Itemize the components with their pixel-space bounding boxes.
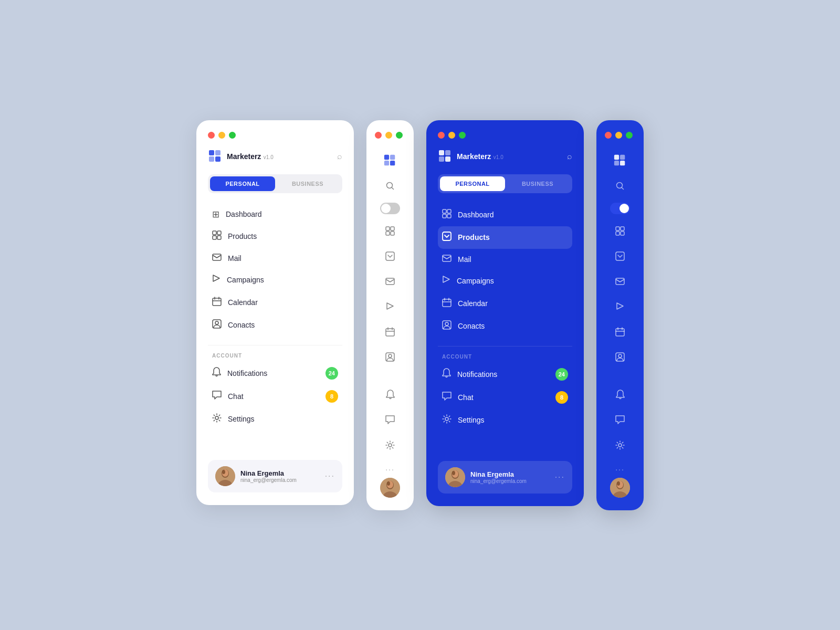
svg-rect-25 xyxy=(386,232,390,235)
main-nav-dark: Dashboard Products Mail Campaigns xyxy=(438,204,572,338)
nav-item-dashboard-dark[interactable]: Dashboard xyxy=(438,204,572,226)
personal-tab-dark[interactable]: PERSONAL xyxy=(440,176,505,191)
user-name-dark: Nina Ergemla xyxy=(470,470,550,478)
narrow-chat-dark[interactable] xyxy=(608,408,632,432)
svg-point-31 xyxy=(388,354,392,358)
narrow-products[interactable] xyxy=(379,245,402,268)
business-tab[interactable]: BUSINESS xyxy=(275,176,340,191)
nav-item-notifications[interactable]: Notifications 24 xyxy=(208,362,342,385)
nav-item-chat-dark[interactable]: Chat 8 xyxy=(438,386,572,409)
narrow-search[interactable] xyxy=(379,174,402,197)
nav-item-settings[interactable]: Settings xyxy=(208,408,342,430)
nav-item-settings-dark[interactable]: Settings xyxy=(438,409,572,432)
narrow-calendar-dark[interactable] xyxy=(608,320,632,343)
account-type-toggle[interactable]: PERSONAL BUSINESS xyxy=(208,174,342,193)
narrow-mail-dark[interactable] xyxy=(608,270,632,293)
dashboard-icon-dark xyxy=(442,209,452,221)
narrow-products-dark[interactable] xyxy=(608,245,632,268)
narrow-notifications-dark[interactable] xyxy=(608,383,632,406)
app-name-dark: Marketerz v1.0 xyxy=(457,152,503,161)
narrow-dots-menu-dark[interactable]: ··· xyxy=(615,465,625,474)
svg-rect-1 xyxy=(215,150,220,155)
nav-label-chat-dark: Chat xyxy=(458,393,474,402)
main-nav-section: ⊞ Dashboard Products Mail Campaigns xyxy=(208,204,342,337)
tl-red-4 xyxy=(605,132,612,139)
nav-item-chat[interactable]: Chat 8 xyxy=(208,385,342,408)
narrow-mail[interactable] xyxy=(379,270,402,293)
svg-rect-59 xyxy=(614,161,619,165)
nav-item-calendar-dark[interactable]: Calendar xyxy=(438,292,572,315)
narrow-toggle-dark[interactable] xyxy=(610,203,630,214)
narrow-calendar[interactable] xyxy=(379,320,402,343)
nav-item-calendar[interactable]: Calendar xyxy=(208,291,342,314)
campaigns-icon xyxy=(212,274,220,286)
svg-rect-26 xyxy=(391,232,394,235)
narrow-search-dark[interactable] xyxy=(608,174,632,197)
narrow-campaigns-dark[interactable] xyxy=(608,295,632,318)
svg-rect-20 xyxy=(384,161,389,165)
nav-label-chat: Chat xyxy=(228,392,244,401)
search-button-dark[interactable]: ⌕ xyxy=(567,152,572,161)
narrow-settings[interactable] xyxy=(379,434,402,457)
narrow-contacts-dark[interactable] xyxy=(608,345,632,369)
nav-divider-dark xyxy=(438,346,572,346)
svg-rect-40 xyxy=(439,156,444,162)
tl-green xyxy=(229,132,236,139)
nav-item-contacts-dark[interactable]: Conacts xyxy=(438,315,572,338)
narrow-toggle[interactable] xyxy=(380,203,400,214)
narrow-avatar xyxy=(380,478,400,498)
svg-point-32 xyxy=(388,444,392,447)
personal-tab[interactable]: PERSONAL xyxy=(210,176,275,191)
svg-rect-4 xyxy=(213,231,216,235)
nav-item-campaigns-dark[interactable]: Campaigns xyxy=(438,270,572,292)
user-avatar-dark xyxy=(445,467,465,487)
user-email: nina_erg@ergemla.com xyxy=(240,477,320,483)
tl-yellow xyxy=(218,132,225,139)
nav-item-mail-dark[interactable]: Mail xyxy=(438,249,572,270)
svg-rect-47 xyxy=(443,255,451,261)
narrow-chat[interactable] xyxy=(379,408,402,432)
narrow-contacts[interactable] xyxy=(379,345,402,369)
narrow-settings-dark[interactable] xyxy=(608,434,632,457)
calendar-icon-dark xyxy=(442,298,452,310)
narrow-notifications[interactable] xyxy=(379,383,402,406)
nav-item-dashboard[interactable]: ⊞ Dashboard xyxy=(208,204,342,225)
nav-item-products-dark[interactable]: Products xyxy=(438,226,572,249)
chat-icon xyxy=(212,391,222,402)
nav-label-notifications-dark: Notifications xyxy=(457,370,497,379)
business-tab-dark[interactable]: BUSINESS xyxy=(505,176,570,191)
nav-item-campaigns[interactable]: Campaigns xyxy=(208,269,342,291)
narrow-user-card-dark: ··· xyxy=(605,465,635,498)
svg-point-17 xyxy=(222,470,225,474)
nav-item-products[interactable]: Products xyxy=(208,225,342,248)
search-button[interactable]: ⌕ xyxy=(337,152,342,161)
narrow-campaigns[interactable] xyxy=(379,295,402,318)
nav-item-mail[interactable]: Mail xyxy=(208,248,342,269)
nav-label-contacts: Conacts xyxy=(228,321,255,329)
account-nav-section: ACCOUNT Notifications 24 Chat 8 Settin xyxy=(208,353,342,430)
svg-point-76 xyxy=(617,481,620,486)
narrow-dashboard[interactable] xyxy=(379,219,402,243)
nav-item-contacts[interactable]: Conacts xyxy=(208,314,342,337)
nav-item-notifications-dark[interactable]: Notifications 24 xyxy=(438,363,572,386)
svg-rect-64 xyxy=(616,232,620,235)
nav-label-notifications: Notifications xyxy=(227,369,267,377)
svg-rect-19 xyxy=(390,154,395,159)
traffic-lights-1 xyxy=(208,132,342,139)
narrow-logo xyxy=(379,149,402,172)
notifications-icon xyxy=(212,367,221,380)
narrow-dots-menu[interactable]: ··· xyxy=(385,465,395,474)
svg-rect-6 xyxy=(213,236,216,239)
svg-point-50 xyxy=(445,322,448,326)
user-name: Nina Ergemla xyxy=(240,469,320,477)
account-type-toggle-dark[interactable]: PERSONAL BUSINESS xyxy=(438,174,572,193)
nav-label-campaigns: Campaigns xyxy=(227,276,264,284)
narrow-icons-dark xyxy=(605,149,635,457)
contacts-icon xyxy=(212,319,222,331)
account-nav-dark: ACCOUNT Notifications 24 Chat 8 Settin xyxy=(438,354,572,432)
user-menu-button-dark[interactable]: ··· xyxy=(555,472,565,482)
svg-rect-57 xyxy=(614,154,619,159)
svg-point-22 xyxy=(387,182,393,188)
narrow-dashboard-dark[interactable] xyxy=(608,219,632,243)
user-menu-button[interactable]: ··· xyxy=(325,471,335,481)
